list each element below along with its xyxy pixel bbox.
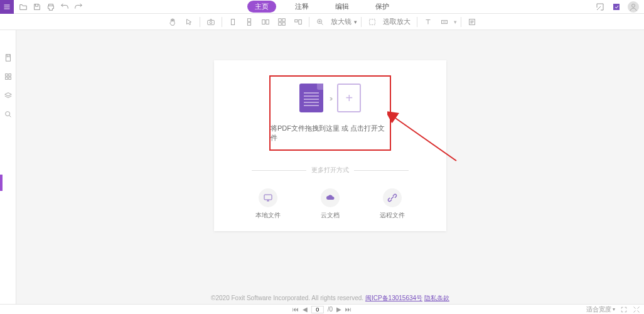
fit-page-icon[interactable] bbox=[620, 306, 628, 313]
snapshot-icon[interactable] bbox=[204, 15, 218, 29]
zoom-controls: 适合宽度 ▾ bbox=[586, 305, 640, 314]
single-page-icon[interactable] bbox=[226, 15, 240, 29]
topbar-right bbox=[595, 1, 639, 13]
separator bbox=[361, 17, 362, 27]
svg-rect-7 bbox=[262, 19, 264, 24]
drop-zone[interactable]: ›› + 将PDF文件拖拽到这里 或 点击打开文件 bbox=[269, 75, 391, 151]
svg-rect-0 bbox=[613, 4, 620, 10]
svg-rect-2 bbox=[207, 20, 214, 24]
cover-page-icon[interactable] bbox=[291, 15, 305, 29]
separator bbox=[417, 17, 417, 27]
document-workspace: ›› + 将PDF文件拖拽到这里 或 点击打开文件 更多打开方式 本地文件 bbox=[16, 30, 644, 304]
svg-point-24 bbox=[5, 112, 9, 116]
more-ways-divider: 更多打开方式 bbox=[252, 166, 409, 175]
undo-icon[interactable] bbox=[60, 3, 69, 11]
svg-point-1 bbox=[632, 4, 635, 7]
fullscreen-icon[interactable] bbox=[611, 2, 621, 12]
svg-line-25 bbox=[394, 117, 456, 161]
facing-continuous-icon[interactable] bbox=[275, 15, 289, 29]
svg-rect-6 bbox=[247, 22, 250, 24]
magnifier-tool[interactable]: 放大镜 ▾ bbox=[313, 15, 357, 29]
magnifier-icon bbox=[313, 15, 327, 29]
continuous-icon[interactable] bbox=[242, 15, 256, 29]
tab-edit[interactable]: 编辑 bbox=[328, 1, 357, 13]
cloud-icon bbox=[321, 188, 340, 207]
layers-icon[interactable] bbox=[3, 90, 13, 100]
prev-page-icon[interactable]: ◀ bbox=[303, 306, 308, 313]
tab-protect[interactable]: 保护 bbox=[368, 1, 397, 13]
search-icon[interactable] bbox=[3, 109, 13, 119]
separator bbox=[309, 17, 309, 27]
marquee-zoom-tool[interactable]: 选取放大 bbox=[365, 15, 413, 29]
svg-rect-5 bbox=[247, 18, 250, 21]
fit-width-button[interactable]: 适合宽度 ▾ bbox=[586, 305, 615, 314]
last-page-icon[interactable]: ⏭ bbox=[345, 306, 352, 313]
svg-rect-20 bbox=[5, 74, 8, 77]
page-total: /0 bbox=[328, 306, 333, 313]
menu-button[interactable] bbox=[0, 0, 14, 14]
left-sidebar bbox=[0, 30, 16, 304]
link-icon bbox=[383, 188, 402, 207]
open-icon[interactable] bbox=[19, 3, 28, 11]
top-menubar: 主页 注释 编辑 保护 bbox=[0, 0, 644, 14]
monitor-icon bbox=[259, 188, 277, 207]
drop-text: 将PDF文件拖拽到这里 或 点击打开文件 bbox=[271, 124, 390, 143]
ribbon-toolbar: 放大镜 ▾ 选取放大 ▾ bbox=[0, 14, 644, 30]
quick-access-toolbar bbox=[19, 3, 83, 11]
first-page-icon[interactable]: ⏮ bbox=[292, 306, 299, 313]
form-tool-icon[interactable] bbox=[465, 15, 479, 29]
add-placeholder-icon: + bbox=[337, 84, 361, 112]
next-page-icon[interactable]: ▶ bbox=[336, 306, 341, 313]
save-icon[interactable] bbox=[33, 3, 41, 11]
svg-rect-12 bbox=[282, 22, 284, 24]
fullscreen-toggle-icon[interactable] bbox=[633, 306, 640, 313]
main-tabs: 主页 注释 编辑 保护 bbox=[247, 1, 397, 13]
page-navigator: ⏮ ◀ /0 ▶ ⏭ bbox=[292, 306, 352, 313]
svg-rect-13 bbox=[294, 19, 297, 22]
svg-rect-9 bbox=[278, 18, 281, 21]
print-icon[interactable] bbox=[46, 3, 55, 11]
marquee-zoom-icon bbox=[365, 15, 379, 29]
text-tool-icon[interactable] bbox=[421, 15, 435, 29]
topbar-left bbox=[0, 0, 83, 13]
tab-home[interactable]: 主页 bbox=[247, 1, 276, 13]
page-number-input[interactable] bbox=[311, 306, 324, 313]
arrow-icon: ›› bbox=[330, 94, 331, 103]
open-cloud-button[interactable]: 云文档 bbox=[321, 188, 340, 220]
separator bbox=[200, 17, 200, 27]
icp-link[interactable]: 闽ICP备13015634号 bbox=[365, 295, 422, 301]
thumbnails-icon[interactable] bbox=[3, 72, 13, 82]
select-tool-icon[interactable] bbox=[182, 15, 196, 29]
bookmarks-icon[interactable] bbox=[3, 53, 13, 63]
svg-rect-23 bbox=[8, 77, 11, 80]
typewriter-icon[interactable] bbox=[437, 15, 451, 29]
svg-rect-22 bbox=[5, 77, 8, 80]
svg-rect-21 bbox=[8, 74, 11, 77]
svg-point-3 bbox=[210, 21, 212, 24]
marquee-zoom-label: 选取放大 bbox=[380, 17, 413, 26]
svg-rect-26 bbox=[264, 195, 272, 200]
separator bbox=[461, 17, 461, 27]
share-icon[interactable] bbox=[595, 2, 605, 12]
redo-icon[interactable] bbox=[74, 3, 83, 11]
svg-rect-11 bbox=[278, 22, 281, 24]
open-local-button[interactable]: 本地文件 bbox=[255, 188, 281, 220]
privacy-link[interactable]: 隐私条款 bbox=[424, 295, 449, 301]
facing-icon[interactable] bbox=[259, 15, 272, 29]
hand-tool-icon[interactable] bbox=[166, 15, 180, 29]
separator bbox=[222, 17, 222, 27]
svg-rect-4 bbox=[231, 19, 234, 24]
svg-rect-16 bbox=[369, 19, 375, 24]
copyright-footer: ©2020 Foxit Software Incorporated. All r… bbox=[16, 294, 644, 303]
annotation-arrow bbox=[387, 111, 463, 167]
svg-rect-14 bbox=[298, 19, 301, 24]
open-remote-button[interactable]: 远程文件 bbox=[380, 188, 405, 220]
magnifier-label: 放大镜 bbox=[328, 17, 354, 26]
open-options: 本地文件 云文档 远程文件 bbox=[214, 188, 446, 220]
welcome-card: ›› + 将PDF文件拖拽到这里 或 点击打开文件 更多打开方式 本地文件 bbox=[214, 60, 446, 231]
sidebar-active-marker bbox=[0, 175, 3, 191]
pdf-document-icon bbox=[299, 84, 323, 112]
user-avatar[interactable] bbox=[628, 1, 639, 13]
drop-illustration: ›› + bbox=[299, 84, 362, 112]
tab-comment[interactable]: 注释 bbox=[287, 1, 316, 13]
